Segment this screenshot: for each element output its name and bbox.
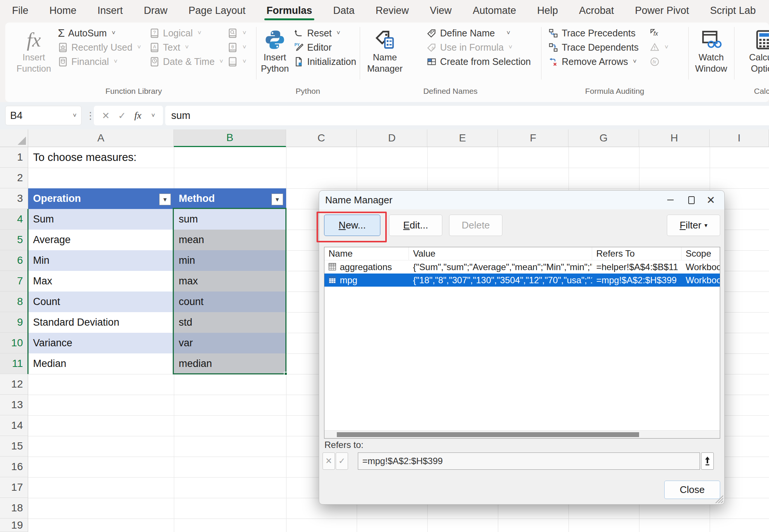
refers-enter-button[interactable]: ✓ (336, 452, 348, 470)
col-header-name[interactable]: Name (324, 247, 409, 260)
scrollbar-thumb[interactable] (337, 432, 639, 437)
edit-button[interactable]: Edit... (389, 215, 442, 236)
tab-home[interactable]: Home (49, 3, 77, 18)
column-header-g[interactable]: G (568, 129, 639, 147)
tab-review[interactable]: Review (375, 3, 410, 18)
enter-icon[interactable]: ✓ (118, 110, 126, 121)
date-time-button[interactable]: Date & Time˅ (149, 55, 223, 68)
tab-draw[interactable]: Draw (143, 3, 168, 18)
row-header-16[interactable]: 16 (0, 457, 28, 477)
cell-a5[interactable]: Average (28, 230, 174, 250)
row-header-15[interactable]: 15 (0, 436, 28, 457)
fill-handle[interactable] (284, 372, 288, 376)
refers-to-input[interactable]: =mpg!$A$2:$H$399 (358, 452, 700, 470)
create-from-selection-button[interactable]: Create from Selection (427, 55, 531, 68)
show-formulas-button[interactable]: fx (650, 26, 660, 40)
tab-script-lab[interactable]: Script Lab (709, 3, 757, 18)
cell-b6[interactable]: min (174, 250, 286, 271)
reset-button[interactable]: Reset˅ (294, 26, 340, 40)
row-header-13[interactable]: 13 (0, 395, 28, 415)
tab-automate[interactable]: Automate (472, 3, 517, 18)
trace-precedents-button[interactable]: Trace Precedents (548, 26, 635, 40)
cell-b11[interactable]: median (174, 353, 286, 374)
logical-button[interactable]: ? Logical˅ (149, 26, 201, 40)
cell-a1[interactable]: To choose measures: (28, 147, 174, 168)
tab-page-layout[interactable]: Page Layout (188, 3, 246, 18)
name-row-aggregations[interactable]: aggregations {"Sum","sum";"Average","mea… (324, 260, 720, 274)
insert-python-button[interactable]: Insert Python (253, 26, 297, 85)
col-header-value[interactable]: Value (409, 247, 592, 260)
insert-function-icon[interactable]: fx (134, 110, 142, 121)
tab-data[interactable]: Data (332, 3, 355, 18)
column-header-i[interactable]: I (710, 129, 769, 147)
cell-b4-active[interactable]: sum (174, 209, 286, 230)
insert-function-button[interactable]: fx Insert Function (12, 26, 56, 85)
recently-used-button[interactable]: Recently Used˅ (58, 41, 141, 54)
column-header-h[interactable]: H (639, 129, 710, 147)
column-header-e[interactable]: E (427, 129, 498, 147)
row-header-19[interactable]: 19 (0, 518, 28, 532)
filter-dropdown-button[interactable]: Filter ▾ (667, 215, 720, 236)
cell-b5[interactable]: mean (174, 230, 286, 250)
tab-file[interactable]: File (11, 3, 29, 18)
horizontal-scrollbar[interactable] (324, 430, 720, 438)
row-header-12[interactable]: 12 (0, 374, 28, 395)
cell-b9[interactable]: std (174, 312, 286, 333)
tab-help[interactable]: Help (536, 3, 559, 18)
row-header-9[interactable]: 9 (0, 312, 28, 333)
col-header-scope[interactable]: Scope (682, 247, 720, 260)
row-header-10[interactable]: 10 (0, 333, 28, 353)
row-header-18[interactable]: 18 (0, 498, 28, 518)
tab-acrobat[interactable]: Acrobat (578, 3, 615, 18)
initialization-button[interactable]: Initialization (294, 55, 356, 68)
trace-dependents-button[interactable]: Trace Dependents (548, 41, 639, 54)
row-header-1[interactable]: 1 (0, 147, 28, 168)
use-in-formula-button[interactable]: fx Use in Formula˅ (427, 41, 512, 54)
maximize-button[interactable] (681, 191, 702, 209)
col-header-refers-to[interactable]: Refers To (592, 247, 682, 260)
refers-cancel-button[interactable]: ✕ (323, 452, 335, 470)
table-header-method[interactable]: Method (174, 188, 286, 209)
row-header-6[interactable]: 6 (0, 250, 28, 271)
row-header-5[interactable]: 5 (0, 230, 28, 250)
cell-a7[interactable]: Max (28, 271, 174, 292)
new-button[interactable]: New... (324, 215, 380, 236)
name-manager-button[interactable]: Name Manager (363, 26, 407, 85)
row-header-14[interactable]: 14 (0, 415, 28, 436)
financial-button[interactable]: Financial˅ (58, 55, 118, 68)
cell-a6[interactable]: Min (28, 250, 174, 271)
more-functions-button[interactable]: … ˅ (228, 55, 246, 68)
collapse-dialog-button[interactable] (701, 452, 714, 470)
column-header-a[interactable]: A (28, 129, 174, 147)
table-header-operation[interactable]: Operation (28, 188, 174, 209)
name-row-mpg-selected[interactable]: mpg {"18","8","307","130","3504","12","7… (324, 274, 720, 287)
watch-window-button[interactable]: Watch Window (689, 26, 733, 85)
tab-insert[interactable]: Insert (97, 3, 124, 18)
delete-button[interactable]: Delete (449, 215, 502, 236)
tab-power-pivot[interactable]: Power Pivot (634, 3, 690, 18)
autosum-button[interactable]: Σ AutoSum˅ (58, 26, 115, 40)
column-header-d[interactable]: D (357, 129, 427, 147)
cell-a9[interactable]: Standard Deviation (28, 312, 174, 333)
evaluate-formula-button[interactable]: fx (650, 55, 660, 68)
cell-a11[interactable]: Median (28, 353, 174, 374)
close-window-button[interactable]: ✕ (700, 191, 721, 209)
formula-input[interactable]: sum (165, 106, 769, 125)
row-header-17[interactable]: 17 (0, 477, 28, 498)
math-trig-button[interactable]: θ ˅ (228, 41, 246, 54)
filter-button-method[interactable]: ▼ (271, 194, 283, 205)
remove-arrows-button[interactable]: Remove Arrows˅ (548, 55, 636, 68)
close-button[interactable]: Close (664, 481, 720, 499)
editor-button[interactable]: PY Editor (294, 41, 332, 54)
define-name-button[interactable]: Define Name˅ (427, 26, 510, 40)
error-checking-button[interactable]: ˅ (650, 41, 668, 54)
select-all-corner[interactable] (0, 129, 28, 147)
row-header-11[interactable]: 11 (0, 353, 28, 374)
minimize-button[interactable] (660, 191, 681, 209)
column-header-f[interactable]: F (498, 129, 568, 147)
tab-formulas[interactable]: Formulas (266, 3, 313, 18)
row-header-7[interactable]: 7 (0, 271, 28, 292)
row-header-2[interactable]: 2 (0, 168, 28, 188)
calculation-options-button[interactable]: Calcula Option (740, 26, 769, 85)
row-header-3[interactable]: 3 (0, 188, 28, 209)
